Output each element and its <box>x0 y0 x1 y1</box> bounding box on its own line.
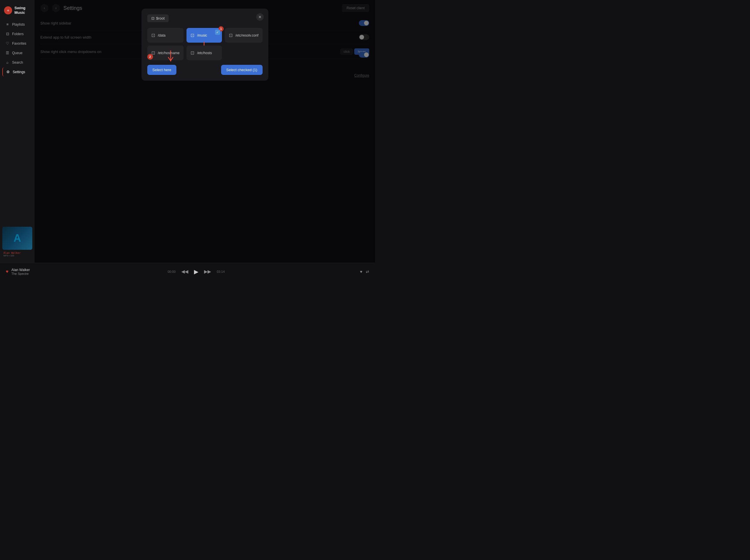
player-time-total: 03:14 <box>217 270 225 273</box>
breadcrumb-button[interactable]: ⊡ $root <box>147 15 169 22</box>
np-quality: MP3 • 320 <box>3 254 31 257</box>
breadcrumb-icon: ⊡ <box>151 16 155 20</box>
dialog-overlay: ⊡ $root ✕ ⊡ /data ⊡ <box>35 0 375 263</box>
folder-grid: ⊡ /data ⊡ /music 1 ✓ <box>147 28 262 60</box>
sidebar-nav: ≡ Playlists ⊡ Folders ♡ Favorites ☰ Queu… <box>0 20 35 76</box>
now-playing-text: Alan Walker MP3 • 320 <box>2 250 32 257</box>
folder-name: /etc/hostname <box>158 51 180 55</box>
folder-item-resolv[interactable]: ⊡ /etc/resolv.conf <box>225 28 262 43</box>
sidebar-item-playlists[interactable]: ≡ Playlists <box>2 20 32 29</box>
app-name: Swing Music <box>15 6 31 15</box>
dialog-close-button[interactable]: ✕ <box>256 13 264 21</box>
select-checked-button[interactable]: Select checked (1) <box>221 65 262 75</box>
sidebar-item-label: Queue <box>12 51 22 55</box>
album-art: A <box>2 227 32 250</box>
search-icon: ⌕ <box>5 60 10 64</box>
heart-icon[interactable]: ♥ <box>360 269 362 274</box>
folder-dialog: ⊡ $root ✕ ⊡ /data ⊡ <box>141 9 268 81</box>
favorites-icon: ♡ <box>5 41 10 45</box>
np-artist: Alan Walker <box>3 251 31 254</box>
folder-name: /etc/resolv.conf <box>236 34 259 38</box>
folders-icon: ⊡ <box>5 32 10 36</box>
select-here-button[interactable]: Select here <box>147 65 177 75</box>
sidebar-item-label: Search <box>12 61 23 64</box>
folder-item-hosts[interactable]: ⊡ /etc/hosts <box>186 45 222 60</box>
folder-item-data[interactable]: ⊡ /data <box>147 28 184 43</box>
sidebar-item-queue[interactable]: ☰ Queue <box>2 48 32 57</box>
next-button[interactable]: ▶▶ <box>204 269 211 274</box>
player-track-info: Alan Walker The Spectre <box>12 268 52 275</box>
folder-name: /music <box>197 34 207 38</box>
breadcrumb-label: $root <box>156 16 165 20</box>
queue-icon: ☰ <box>5 51 10 55</box>
sidebar-item-search[interactable]: ⌕ Search <box>2 58 32 67</box>
sidebar-item-folders[interactable]: ⊡ Folders <box>2 29 32 38</box>
main-area: + Swing Music ≡ Playlists ⊡ Folders ♡ Fa… <box>0 0 375 263</box>
folder-name: /data <box>158 34 166 38</box>
folder-icon: ⊡ <box>229 33 233 38</box>
app-layout: + Swing Music ≡ Playlists ⊡ Folders ♡ Fa… <box>0 0 375 280</box>
settings-icon: ⚙ <box>6 70 11 74</box>
player-right: ♥ ⇄ <box>340 269 369 274</box>
playlists-icon: ≡ <box>5 22 10 26</box>
folder-name: /etc/hosts <box>197 51 212 55</box>
player-artist: Alan Walker <box>12 268 52 272</box>
sidebar-logo[interactable]: + Swing Music <box>0 3 35 20</box>
annotation-badge-2: 2 <box>147 54 153 60</box>
sidebar-item-label: Favorites <box>12 41 26 45</box>
sidebar-item-label: Settings <box>13 70 25 74</box>
content-area: ‹ › Settings Reset client Show right sid… <box>35 0 375 263</box>
sidebar-item-label: Playlists <box>12 22 25 26</box>
dialog-footer: 2 Select here Select checked (1) <box>147 65 262 75</box>
player-left: ♥ Alan Walker The Spectre <box>6 268 52 275</box>
album-art-letter: A <box>14 232 21 244</box>
sidebar-item-favorites[interactable]: ♡ Favorites <box>2 39 32 48</box>
sidebar-item-settings[interactable]: ⚙ Settings <box>2 67 32 76</box>
prev-button[interactable]: ◀◀ <box>181 269 188 274</box>
bottom-player: ♥ Alan Walker The Spectre 00:00 ◀◀ ▶ ▶▶ … <box>0 263 375 280</box>
repeat-icon[interactable]: ⇄ <box>366 269 369 274</box>
logo-icon: + <box>4 6 12 15</box>
sidebar-item-label: Folders <box>12 32 24 36</box>
sidebar: + Swing Music ≡ Playlists ⊡ Folders ♡ Fa… <box>0 0 35 263</box>
dialog-header: ⊡ $root <box>147 15 262 22</box>
select-here-wrapper: 2 Select here <box>147 65 177 75</box>
logo-char: + <box>7 8 9 13</box>
play-button[interactable]: ▶ <box>194 268 198 275</box>
folder-icon: ⊡ <box>191 50 194 56</box>
player-song: The Spectre <box>12 272 52 275</box>
player-time-current: 00:00 <box>167 270 176 273</box>
folder-icon: ⊡ <box>151 33 155 38</box>
folder-item-music[interactable]: ⊡ /music 1 ✓ <box>186 28 222 43</box>
sidebar-bottom: A Alan Walker MP3 • 320 <box>0 224 35 260</box>
folder-checkmark: ✓ <box>215 30 220 35</box>
player-heart-icon[interactable]: ♥ <box>6 269 9 274</box>
folder-icon: ⊡ <box>191 33 194 38</box>
player-center: 00:00 ◀◀ ▶ ▶▶ 03:14 <box>57 268 336 275</box>
